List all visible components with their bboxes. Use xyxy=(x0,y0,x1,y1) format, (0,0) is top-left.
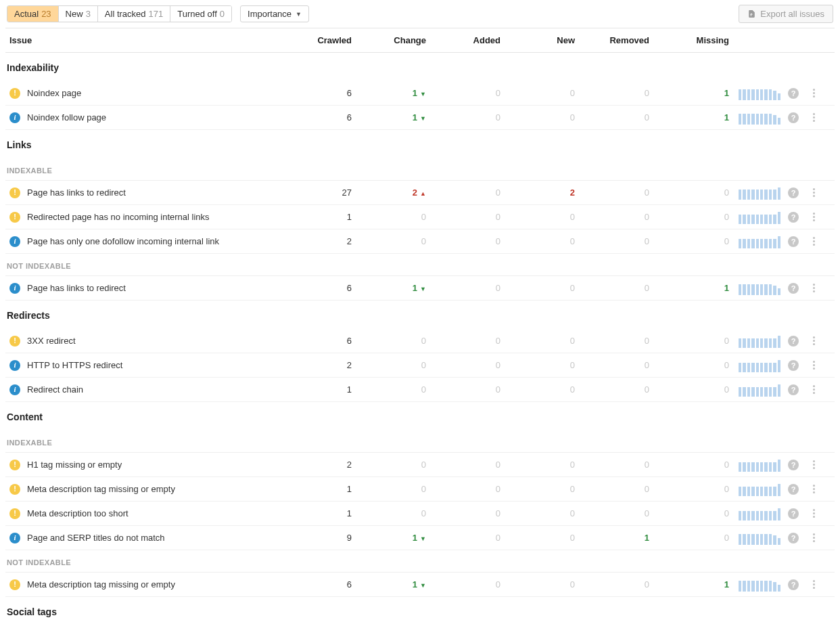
table-cell: 6 xyxy=(289,336,364,346)
issue-label[interactable]: Meta description tag missing or empty xyxy=(27,484,175,494)
sparkline-chart[interactable] xyxy=(739,383,780,397)
more-options-icon[interactable] xyxy=(810,86,818,100)
table-row[interactable]: !Meta description tag missing or empty10… xyxy=(5,477,835,502)
table-row[interactable]: !Noindex page61▼0001? xyxy=(5,81,835,106)
more-options-icon[interactable] xyxy=(810,334,818,348)
more-options-icon[interactable] xyxy=(810,110,818,125)
more-options-icon[interactable] xyxy=(810,281,818,295)
issue-label[interactable]: Noindex page xyxy=(27,88,81,98)
more-options-icon[interactable] xyxy=(810,506,818,520)
sparkline-chart[interactable] xyxy=(739,282,780,295)
table-row[interactable]: iHTTP to HTTPS redirect200000? xyxy=(5,353,835,378)
table-row[interactable]: !Redirected page has no incoming interna… xyxy=(5,205,835,229)
issue-label[interactable]: Meta description too short xyxy=(27,508,129,518)
table-row[interactable]: iNoindex follow page61▼0001? xyxy=(5,106,835,130)
issue-label[interactable]: Meta description tag missing or empty xyxy=(27,579,175,590)
help-icon[interactable]: ? xyxy=(788,579,799,590)
column-header-change[interactable]: Change xyxy=(364,35,438,45)
table-row[interactable]: !Page has links to redirect272▲0200? xyxy=(5,181,835,205)
table-row[interactable]: !Meta description tag missing or empty61… xyxy=(5,573,835,597)
table-cell: 27 xyxy=(289,187,364,198)
sparkline-chart[interactable] xyxy=(739,334,780,348)
table-cell: 0 xyxy=(587,88,661,98)
issue-label[interactable]: Page has only one dofollow incoming inte… xyxy=(27,236,219,246)
section-subheading: INDEXABLE xyxy=(5,158,835,181)
column-header-issue[interactable]: Issue xyxy=(5,35,289,45)
triangle-up-icon: ▲ xyxy=(420,190,426,197)
issue-cell: !H1 tag missing or empty xyxy=(5,460,289,470)
help-icon[interactable]: ? xyxy=(788,112,799,123)
table-row[interactable]: !H1 tag missing or empty200000? xyxy=(5,453,835,477)
issue-label[interactable]: Page has links to redirect xyxy=(27,283,126,293)
sparkline-chart[interactable] xyxy=(739,235,780,248)
issue-label[interactable]: HTTP to HTTPS redirect xyxy=(27,360,122,370)
more-options-icon[interactable] xyxy=(810,210,818,224)
sparkline-chart[interactable] xyxy=(739,87,780,100)
export-all-issues-button[interactable]: Export all issues xyxy=(739,5,833,23)
more-options-icon[interactable] xyxy=(810,358,818,372)
more-options-icon[interactable] xyxy=(810,458,818,472)
table-cell: 0 xyxy=(587,187,661,198)
help-icon[interactable]: ? xyxy=(788,187,799,198)
filter-tab-label: New xyxy=(66,9,83,19)
help-icon[interactable]: ? xyxy=(788,508,799,519)
table-row[interactable]: iPage has only one dofollow incoming int… xyxy=(5,229,835,254)
help-icon[interactable]: ? xyxy=(788,384,799,395)
sparkline-chart[interactable] xyxy=(739,359,780,372)
column-header-added[interactable]: Added xyxy=(438,35,513,45)
section-heading: Content xyxy=(5,402,835,430)
sparkline-cell xyxy=(736,282,783,295)
table-row[interactable]: iRedirect chain100000? xyxy=(5,378,835,402)
table-cell: 0 xyxy=(587,460,661,470)
table-row[interactable]: !Meta description too short100000? xyxy=(5,502,835,526)
warning-icon: ! xyxy=(9,212,20,223)
sparkline-chart[interactable] xyxy=(739,578,780,592)
sparkline-chart[interactable] xyxy=(739,483,780,496)
column-header-removed[interactable]: Removed xyxy=(587,35,661,45)
more-options-icon[interactable] xyxy=(810,482,818,496)
more-options-icon[interactable] xyxy=(810,185,818,200)
table-cell: 0 xyxy=(587,112,661,123)
help-icon[interactable]: ? xyxy=(788,283,799,294)
sparkline-chart[interactable] xyxy=(739,186,780,200)
sparkline-chart[interactable] xyxy=(739,458,780,472)
filter-tab-turned-off[interactable]: Turned off0 xyxy=(170,6,231,22)
column-header-missing[interactable]: Missing xyxy=(661,35,736,45)
issue-label[interactable]: Page has links to redirect xyxy=(27,187,126,198)
help-icon[interactable]: ? xyxy=(788,236,799,247)
more-options-icon[interactable] xyxy=(810,531,818,545)
table-cell: 0 xyxy=(438,360,513,370)
sparkline-chart[interactable] xyxy=(739,210,780,224)
filter-tab-new[interactable]: New3 xyxy=(59,6,98,22)
filter-tab-actual[interactable]: Actual23 xyxy=(7,6,59,22)
issue-label[interactable]: Page and SERP titles do not match xyxy=(27,533,165,543)
more-options-icon[interactable] xyxy=(810,577,818,592)
issue-label[interactable]: H1 tag missing or empty xyxy=(27,460,122,470)
more-options-icon[interactable] xyxy=(810,382,818,397)
sparkline-chart[interactable] xyxy=(739,111,780,125)
column-header-crawled[interactable]: Crawled xyxy=(289,35,364,45)
table-row[interactable]: iPage and SERP titles do not match91▼001… xyxy=(5,526,835,550)
table-row[interactable]: !3XX redirect600000? xyxy=(5,329,835,353)
table-cell: 6 xyxy=(289,283,364,293)
help-icon[interactable]: ? xyxy=(788,212,799,223)
help-icon[interactable]: ? xyxy=(788,460,799,470)
sparkline-chart[interactable] xyxy=(739,507,780,520)
table-row[interactable]: iPage has links to redirect61▼0001? xyxy=(5,276,835,301)
help-icon[interactable]: ? xyxy=(788,484,799,495)
help-icon[interactable]: ? xyxy=(788,88,799,99)
more-options-icon[interactable] xyxy=(810,234,818,248)
issue-label[interactable]: Noindex follow page xyxy=(27,112,106,123)
sparkline-chart[interactable] xyxy=(739,531,780,545)
triangle-down-icon: ▼ xyxy=(420,535,426,542)
issue-cell: !3XX redirect xyxy=(5,336,289,347)
filter-tab-all-tracked[interactable]: All tracked171 xyxy=(98,6,170,22)
issue-label[interactable]: Redirect chain xyxy=(27,384,83,395)
help-icon[interactable]: ? xyxy=(788,360,799,371)
column-header-new[interactable]: New xyxy=(513,35,587,45)
help-icon[interactable]: ? xyxy=(788,533,799,543)
help-icon[interactable]: ? xyxy=(788,336,799,347)
sort-dropdown[interactable]: Importance ▼ xyxy=(240,5,309,22)
issue-label[interactable]: 3XX redirect xyxy=(27,336,76,346)
issue-label[interactable]: Redirected page has no incoming internal… xyxy=(27,212,210,222)
